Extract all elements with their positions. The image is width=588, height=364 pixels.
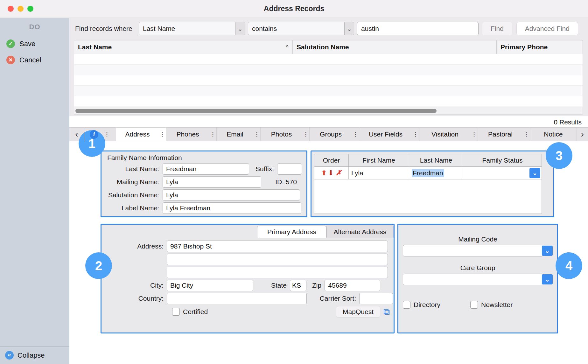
carrier-sort-field[interactable] [359, 293, 393, 304]
zip-field[interactable] [325, 280, 380, 291]
move-up-icon[interactable]: ⬆ [321, 169, 327, 177]
zip-label: Zip [312, 282, 325, 289]
newsletter-checkbox[interactable] [470, 301, 478, 309]
label-name-field[interactable] [163, 202, 301, 214]
mapquest-button[interactable]: MapQuest [336, 306, 380, 318]
city-field[interactable] [167, 280, 253, 291]
table-row [74, 65, 583, 75]
care-group-value[interactable] [403, 274, 542, 285]
tabs-scroll-right-button[interactable]: › [577, 128, 588, 141]
column-header-order: Order [314, 154, 349, 166]
sidebar: DO ✓ Save ✕ Cancel « Collapse [0, 18, 69, 364]
directory-label: Directory [414, 301, 440, 309]
tab-groups[interactable]: Groups ⋮ [309, 128, 359, 141]
cancel-button[interactable]: ✕ Cancel [0, 52, 69, 68]
cancel-label: Cancel [19, 56, 41, 64]
table-row [74, 96, 583, 107]
country-field[interactable] [167, 293, 307, 304]
salutation-name-field[interactable] [163, 189, 300, 201]
find-button[interactable]: Find [482, 22, 512, 35]
country-label: Country: [102, 295, 167, 302]
tab-notice[interactable]: Notice [530, 128, 577, 141]
mailing-code-dropdown-icon[interactable]: ⌄ [542, 246, 553, 256]
newsletter-option: Newsletter [470, 301, 513, 309]
tab-menu-dots-icon[interactable]: ⋮ [159, 130, 166, 138]
address-line1-field[interactable] [167, 241, 388, 252]
tab-menu-dots-icon[interactable]: ⋮ [103, 130, 110, 138]
tab-menu-dots-icon[interactable]: ⋮ [412, 130, 419, 138]
address-line3-field[interactable] [167, 267, 388, 278]
traffic-lights [8, 6, 33, 12]
last-name-field[interactable] [163, 163, 249, 175]
callout-badge-3: 3 [546, 142, 572, 169]
save-button[interactable]: ✓ Save [0, 36, 69, 52]
collapse-button[interactable]: « Collapse [0, 346, 69, 364]
find-field-dropdown[interactable]: Last Name ⌄ [139, 22, 245, 35]
tab-photos[interactable]: Photos ⋮ [260, 128, 309, 141]
column-header-last-name[interactable]: Last Name ^ [74, 40, 293, 54]
advanced-find-button[interactable]: Advanced Find [516, 22, 578, 35]
sort-ascending-icon[interactable]: ^ [286, 44, 289, 51]
table-row [74, 75, 583, 86]
scrollbar-thumb[interactable] [75, 109, 437, 113]
tab-pastoral[interactable]: Pastoral ⋮ [478, 128, 530, 141]
find-search-input[interactable] [357, 22, 479, 35]
family-status-cell[interactable]: ⌄ [463, 167, 542, 179]
member-first-name-cell[interactable]: Lyla [349, 167, 409, 179]
info-icon[interactable]: i [90, 130, 98, 139]
tab-menu-dots-icon[interactable]: ⋮ [523, 130, 530, 138]
callout-badge-4: 4 [556, 252, 582, 279]
tab-menu-dots-icon[interactable]: ⋮ [209, 130, 216, 138]
tab-menu-dots-icon[interactable]: ⋮ [253, 130, 260, 138]
tab-phones[interactable]: Phones ⋮ [166, 128, 216, 141]
certified-checkbox[interactable] [172, 308, 180, 316]
family-status-dropdown-icon[interactable]: ⌄ [529, 168, 540, 178]
remove-member-icon[interactable]: ✗ [336, 169, 342, 177]
horizontal-scrollbar[interactable] [74, 107, 583, 115]
directory-checkbox[interactable] [403, 301, 410, 309]
city-label: City: [102, 282, 167, 289]
zoom-window-icon[interactable] [27, 6, 33, 12]
tab-address[interactable]: Address ⋮ [116, 128, 166, 141]
state-label: State [271, 282, 290, 289]
mailing-code-dropdown[interactable]: ⌄ [403, 245, 553, 256]
record-id: ID: 570 [275, 178, 297, 186]
collapse-label: Collapse [18, 351, 45, 360]
minimize-window-icon[interactable] [18, 6, 24, 12]
member-last-name-cell[interactable]: Freedman [409, 167, 463, 179]
family-name-section-title: Family Name Information [102, 151, 306, 162]
find-records-where-label: Find records where [75, 25, 139, 32]
address-section: Primary Address Alternate Address Addres… [101, 224, 395, 333]
address-label: Address: [102, 242, 167, 250]
column-header-primary-phone[interactable]: Primary Phone [497, 40, 583, 54]
newsletter-label: Newsletter [481, 301, 513, 309]
column-header-first-name: First Name [349, 154, 409, 166]
tab-info[interactable]: i ⋮ [84, 128, 116, 141]
tab-email[interactable]: Email ⋮ [216, 128, 260, 141]
chevron-right-icon: › [581, 129, 584, 139]
find-field-value: Last Name [139, 25, 235, 32]
move-down-icon[interactable]: ⬇ [328, 169, 333, 177]
family-name-section: Family Name Information Last Name: Suffi… [101, 150, 307, 217]
column-header-member-last-name: Last Name [409, 154, 463, 166]
members-table: Order First Name Last Name Family Status… [314, 154, 542, 179]
tab-menu-dots-icon[interactable]: ⋮ [302, 130, 309, 138]
find-operator-dropdown[interactable]: contains ⌄ [248, 22, 354, 35]
find-panel: Find records where Last Name ⌄ contains … [69, 18, 588, 116]
care-group-dropdown-icon[interactable]: ⌄ [542, 274, 553, 284]
tab-user-fields[interactable]: User Fields ⋮ [359, 128, 419, 141]
tab-visitation[interactable]: Visitation ⋮ [419, 128, 478, 141]
tab-primary-address[interactable]: Primary Address [257, 226, 326, 238]
tab-menu-dots-icon[interactable]: ⋮ [352, 130, 359, 138]
suffix-field[interactable] [277, 163, 302, 175]
close-window-icon[interactable] [8, 6, 14, 12]
mailing-code-value[interactable] [403, 245, 542, 256]
tab-menu-dots-icon[interactable]: ⋮ [471, 130, 478, 138]
tab-alternate-address[interactable]: Alternate Address [326, 226, 394, 238]
state-field[interactable] [290, 280, 306, 291]
address-line2-field[interactable] [167, 254, 388, 265]
care-group-dropdown[interactable]: ⌄ [403, 274, 553, 285]
copy-address-icon[interactable]: ⧉ [383, 307, 390, 316]
column-header-salutation-name[interactable]: Salutation Name [293, 40, 497, 54]
mailing-name-field[interactable] [163, 176, 261, 188]
